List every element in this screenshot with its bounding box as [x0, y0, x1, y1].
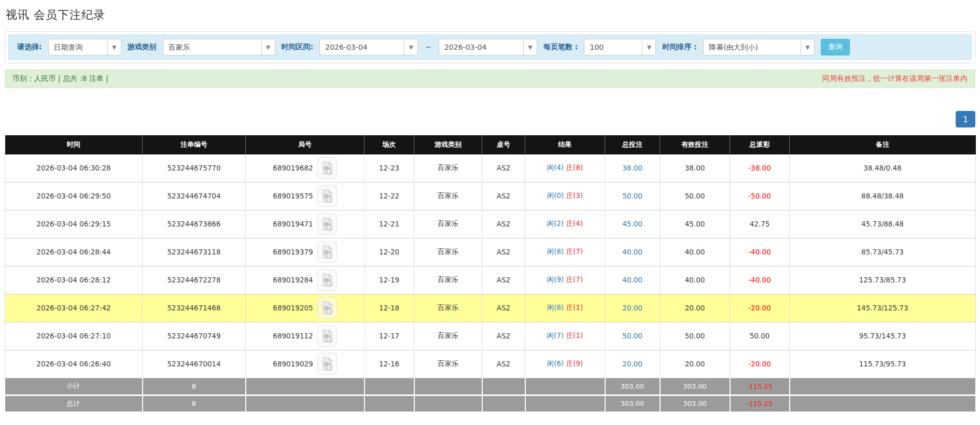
filter-strip: 请选择: 日期查询 ▼ 游戏类别 百家乐 ▼ 时间区间: 2026-03-04 …: [8, 34, 972, 60]
player-result: 闲(8): [547, 303, 564, 311]
total-bet-link[interactable]: 20.00: [622, 360, 642, 368]
session-number: 12-19: [365, 266, 414, 294]
table-row: 2026-03-04 06:29:15 523244673866 6890194…: [5, 210, 976, 238]
table-row: 2026-03-04 06:29:50 523244674704 6890195…: [5, 182, 976, 210]
payout: -20.00: [730, 350, 790, 378]
sort-order-select[interactable]: 降幂(由大到小) ▼: [703, 39, 815, 55]
player-result: 闲(9): [547, 275, 564, 284]
currency-total-text: 币别 : 人民币 | 总共 :8 注单 |: [12, 74, 108, 83]
game-type: 百家乐: [414, 322, 482, 350]
total-bet-link[interactable]: 45.00: [622, 220, 642, 228]
video-replay-button[interactable]: [317, 157, 337, 179]
session-number: 12-21: [365, 210, 414, 238]
round-cell: 689019112: [246, 322, 365, 350]
range-separator: ~: [424, 43, 432, 51]
table-row: 2026-03-04 06:27:10 523244670749 6890191…: [5, 322, 976, 350]
date-from-picker[interactable]: 2026-03-04 ▼: [319, 39, 418, 55]
game-type: 百家乐: [414, 350, 482, 378]
remark: 38.48/0.48: [790, 154, 976, 182]
valid-bet: 40.00: [660, 238, 730, 266]
result-cell: 闲(2) 庄(4): [525, 210, 605, 238]
round-cell: 689019575: [246, 182, 365, 210]
total-bet-link[interactable]: 38.00: [622, 164, 642, 172]
total-bet-link[interactable]: 50.00: [622, 332, 642, 340]
search-button[interactable]: 查询: [821, 39, 850, 55]
video-replay-button[interactable]: [317, 325, 337, 347]
banker-result: 庄(1): [566, 303, 583, 311]
result-cell: 闲(4) 庄(8): [525, 154, 605, 182]
total-bet-cell: 20.00: [605, 350, 660, 378]
table-row: 2026-03-04 06:30:28 523244675770 6890196…: [5, 154, 976, 182]
round-cell: 689019471: [246, 210, 365, 238]
bet-id: 523244670749: [143, 322, 246, 350]
remark: 88.48/38.48: [790, 182, 976, 210]
chevron-down-icon[interactable]: ▼: [642, 39, 656, 55]
bet-id: 523244671468: [143, 294, 246, 322]
valid-bet: 50.00: [660, 182, 730, 210]
video-replay-button[interactable]: [317, 185, 337, 207]
banker-result: 庄(7): [566, 247, 583, 256]
table-row: 2026-03-04 06:28:44 523244673118 6890193…: [5, 238, 976, 266]
table-number: AS2: [482, 266, 525, 294]
table-number: AS2: [482, 294, 525, 322]
game-type: 百家乐: [414, 294, 482, 322]
query-type-select[interactable]: 日期查询 ▼: [48, 39, 121, 55]
time-range-label: 时间区间:: [282, 42, 314, 52]
grand-total-payout: -115.25: [730, 395, 790, 412]
date-to-value[interactable]: 2026-03-04: [439, 39, 523, 55]
chevron-down-icon[interactable]: ▼: [107, 39, 121, 55]
session-number: 12-20: [365, 238, 414, 266]
result-cell: 闲(0) 庄(3): [525, 182, 605, 210]
bet-id: 523244673866: [143, 210, 246, 238]
chevron-down-icon[interactable]: ▼: [523, 39, 537, 55]
query-type-label: 请选择:: [17, 42, 42, 52]
total-bet-link[interactable]: 40.00: [622, 248, 642, 256]
subtotal-payout: -115.25: [730, 378, 790, 395]
round-cell: 689019682: [246, 154, 365, 182]
table-number: AS2: [482, 350, 525, 378]
total-bet-link[interactable]: 40.00: [622, 276, 642, 284]
bet-time: 2026-03-04 06:27:42: [5, 294, 143, 322]
banker-result: 庄(3): [566, 191, 583, 200]
banker-result: 庄(9): [566, 359, 583, 367]
table-number: AS2: [482, 238, 525, 266]
video-replay-button[interactable]: [317, 213, 337, 235]
page: 视讯 会员下注纪录 请选择: 日期查询 ▼ 游戏类别 百家乐 ▼ 时间区间: 2…: [5, 7, 975, 413]
payout: -38.00: [730, 154, 790, 182]
sort-order-value[interactable]: 降幂(由大到小): [703, 39, 801, 55]
video-replay-button[interactable]: [317, 353, 337, 375]
total-bet-cell: 45.00: [605, 210, 660, 238]
bet-time: 2026-03-04 06:27:10: [5, 322, 143, 350]
video-file-icon: [321, 301, 333, 315]
bet-id: 523244675770: [143, 154, 246, 182]
bet-id: 523244672278: [143, 266, 246, 294]
table-number: AS2: [482, 210, 525, 238]
chevron-down-icon[interactable]: ▼: [801, 39, 815, 55]
remark: 45.73/88.48: [790, 210, 976, 238]
date-to-picker[interactable]: 2026-03-04 ▼: [439, 39, 537, 55]
total-bet-cell: 40.00: [605, 238, 660, 266]
total-bet-link[interactable]: 20.00: [622, 304, 642, 312]
chevron-down-icon[interactable]: ▼: [404, 39, 418, 55]
video-replay-button[interactable]: [317, 297, 337, 319]
bet-time: 2026-03-04 06:28:44: [5, 238, 143, 266]
table-row: 2026-03-04 06:27:42 523244671468 6890192…: [5, 294, 976, 322]
video-replay-button[interactable]: [317, 269, 337, 291]
total-bet-link[interactable]: 50.00: [622, 192, 642, 200]
video-replay-button[interactable]: [317, 241, 337, 263]
page-1-button[interactable]: 1: [956, 111, 975, 128]
date-from-value[interactable]: 2026-03-04: [319, 39, 404, 55]
table-number: AS2: [482, 322, 525, 350]
player-result: 闲(6): [547, 359, 564, 367]
game-type-value[interactable]: 百家乐: [163, 39, 261, 55]
table-number: AS2: [482, 182, 525, 210]
remark: 125.73/85.73: [790, 266, 976, 294]
chevron-down-icon[interactable]: ▼: [261, 39, 275, 55]
game-type-select[interactable]: 百家乐 ▼: [163, 39, 275, 55]
per-page-select[interactable]: 100 ▼: [584, 39, 656, 55]
per-page-value[interactable]: 100: [584, 39, 642, 55]
payout: 50.00: [730, 322, 790, 350]
result-cell: 闲(6) 庄(9): [525, 350, 605, 378]
query-type-value[interactable]: 日期查询: [48, 39, 107, 55]
table-number: AS2: [482, 154, 525, 182]
